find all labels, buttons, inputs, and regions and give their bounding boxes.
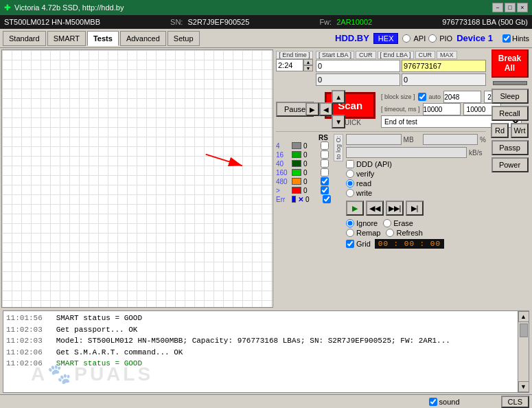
end-time-up[interactable]: ▲ <box>303 59 313 65</box>
sound-checkbox[interactable] <box>429 398 437 406</box>
main-section: [ End time ] ▲ ▼ [ Start LBA ] CUR <box>0 48 532 309</box>
rs-cb-gt[interactable] <box>321 186 329 194</box>
tab-advanced[interactable]: Advanced <box>120 31 166 46</box>
err-x: ✕ <box>298 196 303 203</box>
close-button[interactable]: × <box>517 3 528 12</box>
api-radio[interactable] <box>402 34 410 43</box>
refresh-label: Refresh <box>396 229 423 237</box>
log-entry-2: 11:02:03 Get passport... OK <box>6 324 515 336</box>
rs-label-480: 480 <box>276 178 290 185</box>
hints-checkbox[interactable] <box>502 34 511 43</box>
tab-setup[interactable]: Setup <box>167 31 200 46</box>
auto-checkbox[interactable] <box>418 93 426 101</box>
timeout-input[interactable] <box>423 103 461 115</box>
wrt-button[interactable]: Wrt <box>511 123 529 138</box>
rs-cb-16[interactable] <box>321 150 329 159</box>
end-time-down[interactable]: ▼ <box>303 65 313 71</box>
erase-radio-group: Erase <box>383 219 413 227</box>
rs-cb-480[interactable] <box>321 177 329 185</box>
log-entry-1: 11:01:56 SMART status = GOOD <box>6 313 515 324</box>
remap-radio[interactable] <box>346 229 354 237</box>
start-lba-input[interactable] <box>316 60 400 72</box>
power-button[interactable]: Power <box>491 157 529 172</box>
maximize-button[interactable]: □ <box>505 3 516 12</box>
erase-radio[interactable] <box>383 219 391 227</box>
bottom-status-bar: sound CLS <box>0 394 532 408</box>
tab-tests[interactable]: Tests <box>87 31 119 46</box>
nav-left-button[interactable]: ◀ <box>319 102 333 116</box>
break-all-button[interactable]: Break All <box>491 49 529 78</box>
end-button[interactable]: ▶| <box>406 201 424 216</box>
rs-header: RS <box>276 134 331 141</box>
rs-cb-4[interactable] <box>321 141 329 150</box>
remap-label: Remap <box>356 229 380 237</box>
nav-up-button[interactable]: ▲ <box>332 90 345 104</box>
rs-label-16: 16 <box>276 151 290 159</box>
sn-section: SN: S2R7J9EF900525 <box>170 18 249 26</box>
ignore-radio[interactable] <box>346 219 354 227</box>
rs-color-err <box>292 196 296 203</box>
end-lba-header: [ End LBA ] <box>378 51 414 59</box>
nav-right-button[interactable]: ▶ <box>305 102 319 116</box>
timeout-label: [ timeout, ms ] <box>381 106 420 113</box>
sleep-button[interactable]: Sleep <box>491 89 529 104</box>
nav-down-button[interactable]: ▼ <box>332 115 345 128</box>
read-radio[interactable] <box>346 179 354 188</box>
read-radio-row: read <box>346 179 486 188</box>
log-time-3: 11:02:03 <box>6 337 43 345</box>
far-right-panel: Break All Sleep Recall Rd Wrt Passp Powe… <box>487 48 532 309</box>
hdd-by-link[interactable]: HDD.BY <box>335 33 369 43</box>
minimize-button[interactable]: − <box>492 3 503 12</box>
log-msg-1: SMART status = GOOD <box>56 314 142 322</box>
rs-cb-40[interactable] <box>321 159 329 168</box>
max-header: MAX <box>437 51 457 59</box>
grid-time-row: Grid 00 : 00 : 00 <box>346 239 486 249</box>
cur-lba-input[interactable] <box>316 73 400 86</box>
grid-lines <box>2 50 273 307</box>
verify-radio[interactable] <box>346 170 354 178</box>
ddd-api-checkbox[interactable] <box>346 160 354 168</box>
rs-row-40: 40 0 <box>276 159 331 168</box>
rew-button[interactable]: ◀◀ <box>366 201 384 216</box>
fwd-button[interactable]: ▶▶| <box>386 201 404 216</box>
menu-center: HDD.BY HEX API PIO Device 1 Hints <box>335 33 529 44</box>
tab-standard[interactable]: Standard <box>3 31 46 46</box>
rs-val-gt: 0 <box>303 187 317 194</box>
mb-label: MB <box>404 136 421 144</box>
kbs-bar <box>346 147 467 158</box>
hex-button[interactable]: HEX <box>373 33 399 44</box>
remap-radio-group: Remap <box>346 229 380 237</box>
log-text-area: 11:01:56 SMART status = GOOD 11:02:03 Ge… <box>3 311 518 392</box>
rs-cb-160[interactable] <box>321 168 329 177</box>
tab-smart[interactable]: SMART <box>47 31 86 46</box>
log-scrollbar[interactable]: ▲ ▼ <box>518 311 529 392</box>
rs-column: RS 4 0 16 0 <box>276 134 331 249</box>
log-entry-3: 11:02:03 Model: ST500LM012 HN-M500MBB; C… <box>6 335 515 347</box>
pio-radio[interactable] <box>428 34 437 43</box>
passp-button[interactable]: Passp <box>491 140 529 155</box>
end-lba-input[interactable] <box>402 60 486 72</box>
cls-button[interactable]: CLS <box>501 396 529 408</box>
end-time-input[interactable] <box>276 59 303 71</box>
window-title: Victoria 4.72b SSD, http://hdd.by <box>14 3 124 12</box>
write-radio[interactable] <box>346 189 354 197</box>
play-button[interactable]: ▶ <box>346 201 364 216</box>
scroll-up-button[interactable]: ▲ <box>518 311 529 322</box>
ignore-erase-row: Ignore Erase <box>346 219 486 227</box>
grid-checkbox[interactable] <box>346 240 354 248</box>
scroll-down-button[interactable]: ▼ <box>518 381 529 392</box>
end-cur-input[interactable] <box>402 73 486 86</box>
sound-label: sound <box>439 398 460 406</box>
title-bar-left: ✚ Victoria 4.72b SSD, http://hdd.by <box>4 3 124 12</box>
kbs-label: kB/s <box>469 149 486 157</box>
rs-cb-err[interactable] <box>323 195 331 203</box>
block-size-input[interactable] <box>443 91 481 103</box>
sn-label: SN: <box>170 18 183 26</box>
erase-label: Erase <box>393 219 413 227</box>
recall-button[interactable]: Recall <box>491 106 529 121</box>
verify-label: verify <box>356 170 374 178</box>
log-time-5: 11:02:06 <box>6 359 43 367</box>
grid-check-group: Grid <box>346 240 371 248</box>
refresh-radio[interactable] <box>386 229 394 237</box>
rd-button[interactable]: Rd <box>491 123 509 138</box>
